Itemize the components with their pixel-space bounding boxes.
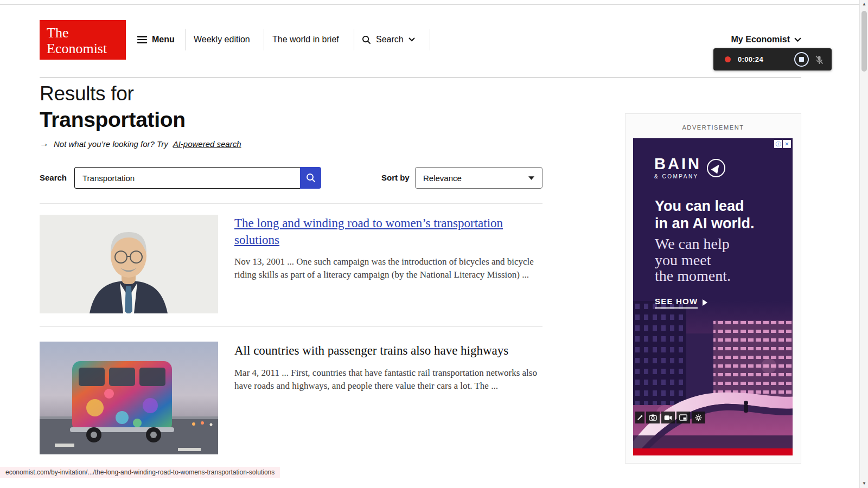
see-how-label: SEE HOW xyxy=(655,297,698,309)
sort-by-label: Sort by xyxy=(381,167,410,189)
ad-headline: You can lead in an AI world. xyxy=(655,198,755,233)
vertical-scrollbar[interactable]: ▲ ▼ xyxy=(859,0,868,488)
gear-icon[interactable] xyxy=(692,412,705,423)
nav-search-label: Search xyxy=(376,33,404,47)
adchoices-controls: ⓘ ✕ xyxy=(774,140,791,148)
scroll-down-arrow[interactable]: ▼ xyxy=(860,479,868,488)
search-icon xyxy=(362,35,371,44)
results-divider xyxy=(40,326,542,327)
van-photo xyxy=(40,342,218,454)
bain-compass-icon xyxy=(707,159,725,177)
ad-close-icon[interactable]: ✕ xyxy=(783,140,791,148)
play-arrow-icon xyxy=(703,299,707,306)
page: The Economist Menu Weekly edition The wo… xyxy=(0,0,868,488)
stop-recording-button[interactable] xyxy=(794,52,809,67)
bain-logo: BAIN & COMPANY xyxy=(654,156,725,179)
nav-divider xyxy=(264,29,264,50)
stop-icon xyxy=(799,57,804,62)
advertisement-panel: ADVERTISEMENT ⓘ ✕ BAIN & COMPANY You can… xyxy=(625,113,801,464)
see-how-button[interactable]: SEE HOW xyxy=(655,297,707,309)
record-dot-icon xyxy=(725,56,731,62)
ad-subhead-line2: you meet xyxy=(655,252,731,268)
ad-headline-line1: You can lead xyxy=(655,198,755,215)
mic-muted-icon[interactable] xyxy=(813,54,825,66)
search-icon xyxy=(306,173,316,183)
header-divider xyxy=(40,78,801,78)
city-night-image xyxy=(633,301,793,448)
result-title-link[interactable]: The long and winding road to women’s tra… xyxy=(234,216,503,247)
ad-subhead-line3: the moment. xyxy=(655,268,731,284)
ai-powered-search-link[interactable]: AI-powered search xyxy=(173,139,241,149)
result-snippet: Mar 4, 2011 ... First, countries that ha… xyxy=(234,367,544,393)
chevron-down-icon xyxy=(409,37,415,42)
bain-logo-text: BAIN xyxy=(654,156,701,172)
ad-red-bar xyxy=(633,448,793,455)
logo-text-the: The xyxy=(47,25,126,41)
screen-recorder-widget: 0:00:24 xyxy=(713,48,832,70)
nav-world-in-brief[interactable]: The world in brief xyxy=(272,33,339,47)
screenshot-pen-icon[interactable] xyxy=(635,412,644,423)
my-economist-label: My Economist xyxy=(731,33,790,47)
portrait-illustration xyxy=(40,215,218,313)
nav-divider xyxy=(430,29,430,50)
caret-down-icon xyxy=(528,176,534,180)
search-input[interactable] xyxy=(74,167,300,189)
sort-dropdown-value: Relevance xyxy=(423,174,462,183)
results-for-heading: Results for xyxy=(40,82,134,105)
chevron-down-icon xyxy=(794,37,801,42)
hamburger-icon xyxy=(137,36,147,43)
search-submit-button[interactable] xyxy=(300,167,321,189)
link-preview-statusbar: economist.com/by-invitation/.../the-long… xyxy=(0,467,280,478)
result-snippet: Nov 13, 2001 ... One such campaign was t… xyxy=(234,255,544,281)
bain-logo-subtext: & COMPANY xyxy=(654,174,701,179)
search-query-heading: Transportation xyxy=(40,108,186,132)
nav-divider xyxy=(354,29,354,50)
menu-label: Menu xyxy=(152,33,175,47)
ad-extension-toolbar xyxy=(635,412,705,423)
picture-in-picture-icon[interactable] xyxy=(676,412,690,423)
logo-text-economist: Economist xyxy=(47,41,126,56)
advertisement-label: ADVERTISEMENT xyxy=(626,124,801,131)
my-economist-button[interactable]: My Economist xyxy=(731,33,801,47)
suggestion-text: Not what you’re looking for? Try xyxy=(54,139,168,149)
search-result: All countries with passenger trains also… xyxy=(234,343,549,393)
ai-search-suggestion: → Not what you’re looking for? Try AI-po… xyxy=(40,138,241,149)
sort-dropdown[interactable]: Relevance xyxy=(415,167,542,189)
ad-subheadline: We can help you meet the moment. xyxy=(655,236,731,284)
adchoices-icon[interactable]: ⓘ xyxy=(774,140,782,148)
results-divider xyxy=(40,203,542,204)
ad-subhead-line1: We can help xyxy=(655,236,731,252)
result-thumbnail[interactable] xyxy=(40,215,218,313)
search-result: The long and winding road to women’s tra… xyxy=(234,215,549,281)
recorder-time: 0:00:24 xyxy=(738,55,763,63)
search-field-label: Search xyxy=(40,167,67,189)
arrow-right-icon: → xyxy=(40,138,49,149)
bain-ad-creative[interactable]: ⓘ ✕ BAIN & COMPANY You can lead in an AI… xyxy=(633,138,793,455)
ad-headline-line2: in an AI world. xyxy=(655,215,755,233)
result-title-link[interactable]: All countries with passenger trains also… xyxy=(234,344,508,357)
camera-icon[interactable] xyxy=(646,412,660,423)
nav-weekly-edition[interactable]: Weekly edition xyxy=(194,33,250,47)
video-camera-icon[interactable] xyxy=(661,412,675,423)
nav-divider xyxy=(185,29,186,50)
scroll-up-arrow[interactable]: ▲ xyxy=(860,0,868,9)
economist-logo[interactable]: The Economist xyxy=(40,20,126,60)
menu-button[interactable]: Menu xyxy=(137,33,175,47)
result-thumbnail[interactable] xyxy=(40,342,218,454)
nav-search-button[interactable]: Search xyxy=(362,33,415,47)
scrollbar-thumb[interactable] xyxy=(861,11,867,72)
top-divider xyxy=(0,4,859,5)
